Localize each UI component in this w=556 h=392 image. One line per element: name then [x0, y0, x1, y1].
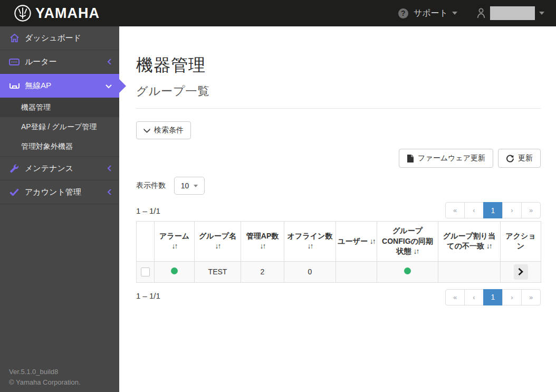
- router-icon: [8, 59, 20, 65]
- sidebar-footer: Ver.5.1.0_build8 © Yamaha Corporation.: [9, 367, 81, 388]
- column-header-alarm[interactable]: アラーム ↓↑: [155, 222, 195, 262]
- chevron-down-icon: [143, 128, 150, 133]
- row-detail-button[interactable]: [514, 264, 528, 280]
- pagination-last-button[interactable]: »: [521, 289, 541, 305]
- sidebar-item-label: ダッシュボード: [25, 33, 81, 43]
- sidebar-item-account-management[interactable]: アカウント管理: [0, 180, 119, 204]
- chevron-down-icon: [539, 12, 544, 15]
- file-icon: [407, 154, 414, 163]
- sidebar-item-maintenance[interactable]: メンテナンス: [0, 157, 119, 180]
- cell-checkbox: [137, 261, 155, 282]
- sort-icon[interactable]: ↓↑: [370, 237, 375, 245]
- cell-alarm-status: [155, 261, 195, 282]
- table-row: TEST 2 0: [137, 261, 541, 282]
- group-list-table: アラーム ↓↑ グループ名 ↓↑ 管理AP数 ↓↑ オフライン数 ↓↑ ユーザー…: [136, 221, 541, 283]
- page-title: 機器管理: [136, 54, 541, 77]
- top-bar: YAMAHA ? サポート: [0, 0, 556, 26]
- help-icon[interactable]: ?: [398, 8, 408, 18]
- sidebar-item-router[interactable]: ルーター: [0, 50, 119, 74]
- pagination-bottom: « ‹ 1 › »: [445, 289, 541, 305]
- sort-icon[interactable]: ↓↑: [215, 242, 221, 250]
- chevron-left-icon: [107, 164, 112, 173]
- wrench-icon: [8, 164, 20, 173]
- refresh-icon: [506, 154, 514, 162]
- chevron-down-icon: [194, 185, 198, 187]
- chevron-down-icon: [452, 12, 457, 15]
- support-label: サポート: [414, 8, 448, 19]
- cell-user: [336, 261, 377, 282]
- pagination-first-button[interactable]: «: [445, 289, 465, 305]
- page-size-select[interactable]: 10: [174, 177, 205, 195]
- yamaha-tuning-fork-icon: [14, 4, 32, 22]
- table-header-row: アラーム ↓↑ グループ名 ↓↑ 管理AP数 ↓↑ オフライン数 ↓↑ ユーザー…: [137, 222, 541, 262]
- column-header-group-name[interactable]: グループ名 ↓↑: [195, 222, 241, 262]
- checkmark-icon: [8, 188, 20, 196]
- yamaha-logo[interactable]: YAMAHA: [14, 4, 100, 22]
- alarm-ok-dot: [171, 267, 178, 274]
- sidebar-item-label: ルーター: [25, 57, 57, 67]
- column-header-config-sync[interactable]: グループCONFIGの同期状態 ↓↑: [377, 222, 438, 262]
- chevron-down-icon: [106, 81, 112, 90]
- pagination-page-1-button[interactable]: 1: [483, 289, 503, 305]
- page-size-value: 10: [181, 181, 189, 190]
- wireless-ap-submenu: 機器管理 AP登録 / グループ管理 管理対象外機器: [0, 98, 119, 157]
- user-name-redacted: [490, 6, 535, 20]
- sort-icon[interactable]: ↓↑: [413, 247, 418, 255]
- cell-managed-ap-count: 2: [241, 261, 284, 282]
- column-header-user[interactable]: ユーザー ↓↑: [336, 222, 377, 262]
- person-icon: [476, 8, 486, 18]
- cell-group-mismatch: [438, 261, 501, 282]
- chevron-left-icon: [107, 58, 112, 66]
- main-content: 機器管理 グループ一覧 検索条件 ファームウェア更新 更新 表示件数 10 1 …: [119, 26, 556, 392]
- copyright: © Yamaha Corporation.: [9, 377, 81, 388]
- page-size-label: 表示件数: [136, 181, 166, 190]
- cell-group-name: TEST: [195, 261, 241, 282]
- pagination-top: « ‹ 1 › »: [445, 202, 541, 218]
- sidebar-item-label: 無線AP: [25, 81, 51, 91]
- user-menu[interactable]: [476, 6, 544, 20]
- sort-icon[interactable]: ↓↑: [308, 242, 313, 250]
- sidebar-item-dashboard[interactable]: ダッシュボード: [0, 26, 119, 50]
- page-subtitle: グループ一覧: [136, 83, 541, 99]
- sidebar-subitem-ap-group-management[interactable]: AP登録 / グループ管理: [0, 117, 119, 137]
- refresh-button-label: 更新: [518, 154, 533, 163]
- pagination-first-button[interactable]: «: [445, 202, 465, 218]
- access-point-icon: [8, 82, 20, 89]
- sidebar-item-wireless-ap[interactable]: 無線AP: [0, 74, 119, 98]
- subitem-label: 管理対象外機器: [21, 142, 73, 151]
- sort-icon[interactable]: ↓↑: [260, 242, 265, 250]
- sidebar-subitem-unmanaged-devices[interactable]: 管理対象外機器: [0, 137, 119, 156]
- chevron-left-icon: [107, 188, 112, 197]
- search-button-label: 検索条件: [154, 126, 184, 135]
- pagination-page-1-button[interactable]: 1: [483, 202, 503, 218]
- divider: [136, 108, 541, 109]
- chevron-right-icon: [518, 268, 523, 275]
- row-checkbox[interactable]: [141, 267, 150, 276]
- sidebar-item-label: アカウント管理: [25, 187, 81, 197]
- config-sync-ok-dot: [404, 267, 411, 274]
- sidebar-subitem-device-management[interactable]: 機器管理: [0, 98, 119, 117]
- column-header-managed-ap-count[interactable]: 管理AP数 ↓↑: [241, 222, 284, 262]
- result-range-text: 1 – 1/1: [136, 291, 160, 303]
- column-header-action: アクション: [501, 222, 541, 262]
- pagination-last-button[interactable]: »: [521, 202, 541, 218]
- sidebar: ダッシュボード ルーター 無線AP 機器管理 AP登録 / グループ管理 管理対…: [0, 26, 119, 392]
- app-version: Ver.5.1.0_build8: [9, 367, 81, 377]
- brand-text: YAMAHA: [35, 5, 100, 22]
- sort-icon[interactable]: ↓↑: [486, 242, 492, 250]
- sort-icon[interactable]: ↓↑: [172, 242, 177, 250]
- column-header-checkbox: [137, 222, 155, 262]
- cell-action: [501, 261, 541, 282]
- firmware-update-button[interactable]: ファームウェア更新: [399, 149, 493, 168]
- pagination-prev-button[interactable]: ‹: [464, 202, 484, 218]
- support-menu[interactable]: サポート: [414, 8, 457, 19]
- search-conditions-button[interactable]: 検索条件: [136, 121, 191, 139]
- refresh-button[interactable]: 更新: [498, 149, 541, 168]
- pagination-next-button[interactable]: ›: [502, 289, 522, 305]
- pagination-next-button[interactable]: ›: [502, 202, 522, 218]
- column-header-group-mismatch[interactable]: グループ割り当ての不一致 ↓↑: [438, 222, 501, 262]
- cell-config-sync-status: [377, 261, 438, 282]
- subitem-label: 機器管理: [21, 103, 51, 112]
- column-header-offline-count[interactable]: オフライン数 ↓↑: [284, 222, 336, 262]
- pagination-prev-button[interactable]: ‹: [464, 289, 484, 305]
